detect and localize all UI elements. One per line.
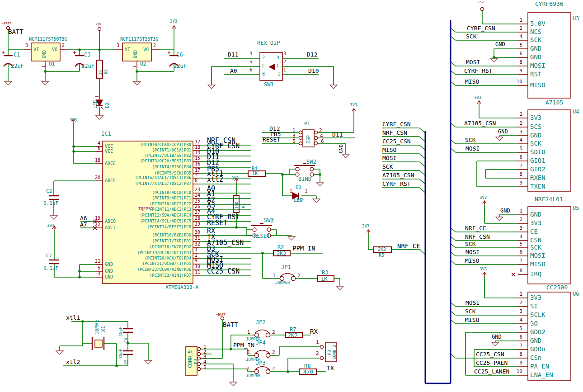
component-value: LED (93, 100, 98, 109)
module-pin-name: GND (530, 337, 541, 344)
component-value: NCP1117ST50T3G (29, 37, 67, 42)
ic1-port-name: AREF (105, 179, 116, 183)
power-flag-label: 3V3 (350, 103, 357, 107)
net-label: NRF_CE (397, 243, 420, 249)
pin-number: 7 (496, 163, 522, 168)
net-label: MOSI (466, 59, 480, 65)
pin-number: 1 (195, 248, 197, 252)
pin-number: 13 (195, 145, 200, 150)
pin-number: 3 (80, 272, 100, 276)
component-ref: P1 (304, 121, 310, 126)
pin-number: 29 (195, 222, 200, 227)
pin-number: 2 (153, 43, 156, 48)
ic1-port-name: GND (105, 269, 113, 274)
net-label: PPM_IN (292, 245, 315, 251)
module-pin-name: MISO (530, 82, 545, 88)
pin-number: 12 (195, 140, 200, 144)
module-pin-name: MOSI (530, 62, 545, 69)
switch-pos-label: 4 (277, 56, 279, 60)
ic1-port-name: (PCINT9/ADC1)PC1 (105, 196, 191, 200)
pin-number: 31 (195, 236, 200, 241)
component-value: HEX_DIP (257, 40, 280, 46)
reg-pin-name: GND (42, 50, 47, 58)
module-pin-name: MOSI (530, 252, 545, 259)
pin-number: 9 (195, 259, 197, 263)
component-ref: JP2 (256, 320, 266, 325)
ic1-port-name: VCC (105, 149, 113, 154)
pin-number: 2 (195, 253, 197, 258)
module-pin-name: GND (530, 45, 541, 52)
net-label: PPM_IN (233, 342, 254, 348)
component-value: 1K (321, 276, 327, 282)
schematic-canvas[interactable]: (PCINT0/CLKO/ICP1)PB0 12 NRF_CSN (PCINT1… (0, 0, 583, 392)
component-ref: R8 (304, 364, 310, 369)
net-label: MISO (382, 147, 396, 153)
net-label: SCK (466, 33, 476, 39)
pin-number: 18 (80, 158, 100, 163)
ic1-port-name: ADC6 (105, 219, 116, 224)
module-pin-name: SCK (530, 37, 541, 43)
net-label: NRF_CE (465, 225, 486, 231)
ic1-port-name: (PCINT17/TXD)PD1 (105, 239, 191, 243)
ic1-port-name: (PCINT5/SCK)PB5 (105, 171, 191, 175)
net-label: xtl1 (66, 315, 80, 321)
component-value: 1K (99, 70, 103, 75)
reg-pin-name: VI (33, 47, 39, 52)
ic1-port-name: (PCINT19/OC2B/INT1)PD3 (105, 251, 191, 255)
component-ref: D1 (296, 184, 301, 189)
component-value: JUMPER (275, 281, 290, 285)
ic1-port-name: (PCINT20/XCK/T0)PD4 (105, 256, 191, 260)
component-footprint: TQFP32 (138, 207, 153, 211)
ic1-port-name: (PCINT16/RXD)PD0 (105, 233, 191, 237)
ic1-port-name: (PCINT4/MISO)PB4 (105, 165, 191, 169)
net-label: CC25_CSN (476, 351, 504, 357)
module-pin-name: RXEN (530, 175, 545, 181)
module-pin-name: LNA_EN (530, 372, 553, 378)
ic1-port-name: GND (105, 275, 113, 279)
component-value: 2K2 (277, 251, 287, 256)
ic1-port-name: (PCINT0/CLKO/ICP1)PB0 (105, 143, 191, 147)
pin-number: 5 (80, 266, 100, 270)
component-ref: D2 (105, 103, 110, 108)
pin-number: 5 (496, 326, 522, 331)
component-value: ISP (306, 135, 311, 143)
component-value: NRF24L01 (535, 196, 563, 202)
module-pin-name: SCK (530, 244, 541, 250)
pin-number: 2 (496, 121, 522, 126)
pin-number: 28 (195, 216, 200, 221)
switch-pos-label: 1 (277, 72, 280, 76)
pin-number: 30 (195, 230, 200, 235)
module-pin-name: SCS (530, 123, 541, 130)
component-ref: U5 (573, 205, 579, 211)
net-label: A7105_CSN (382, 172, 414, 178)
component-value: CONN_5 (188, 350, 193, 368)
component-ref: R2 (277, 245, 284, 250)
net-label: MISO (465, 258, 479, 264)
pin-number: 5 (496, 146, 522, 151)
pin-number: 1 (290, 189, 292, 194)
module-pin-name: SCLK (530, 312, 545, 318)
pin-number: 6 (249, 68, 252, 72)
ic1-port-name: (PCINT22/OC0A/AIN0)PD6 (105, 268, 191, 272)
net-label: BATT (8, 28, 24, 35)
net-label: GND (492, 334, 502, 340)
component-ref: SW1 (264, 82, 274, 87)
pin-number: 10 (496, 79, 522, 84)
net-label: SCK (465, 308, 475, 314)
component-value: 10K (235, 202, 239, 209)
component-ref: C2 (46, 189, 52, 194)
pin-number: 6 (496, 155, 522, 160)
component-value: 22uF (174, 63, 187, 69)
pin-number: 1 (283, 68, 286, 72)
component-ref: C3 (84, 52, 90, 57)
module-pin-name: 3V3 (530, 220, 541, 226)
component-value: 18pF (119, 326, 123, 336)
pin-number: 4 (496, 34, 522, 39)
net-label: CC25_CSN (207, 268, 240, 275)
pin-number: 7 (195, 173, 197, 177)
pin-number: 2 (62, 43, 65, 48)
component-ref: R6 (104, 69, 108, 74)
module-pin-name: 5.0V (530, 20, 545, 27)
power-flag-label: 3V3 (47, 224, 54, 228)
component-value: 2K2 (378, 247, 386, 252)
